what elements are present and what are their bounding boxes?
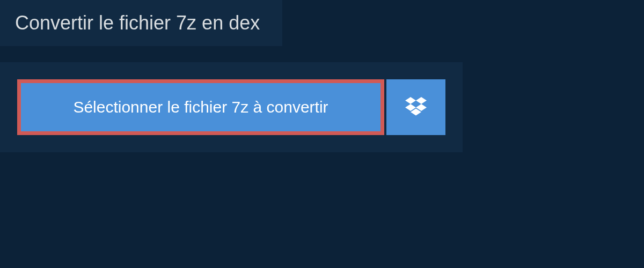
dropbox-button[interactable] xyxy=(386,79,445,135)
select-file-label: Sélectionner le fichier 7z à convertir xyxy=(73,98,328,116)
page-title: Convertir le fichier 7z en dex xyxy=(15,12,260,34)
file-upload-panel: Sélectionner le fichier 7z à convertir xyxy=(0,62,463,152)
dropbox-icon xyxy=(405,97,427,117)
tab-header: Convertir le fichier 7z en dex xyxy=(0,0,282,46)
select-file-button[interactable]: Sélectionner le fichier 7z à convertir xyxy=(17,79,384,135)
